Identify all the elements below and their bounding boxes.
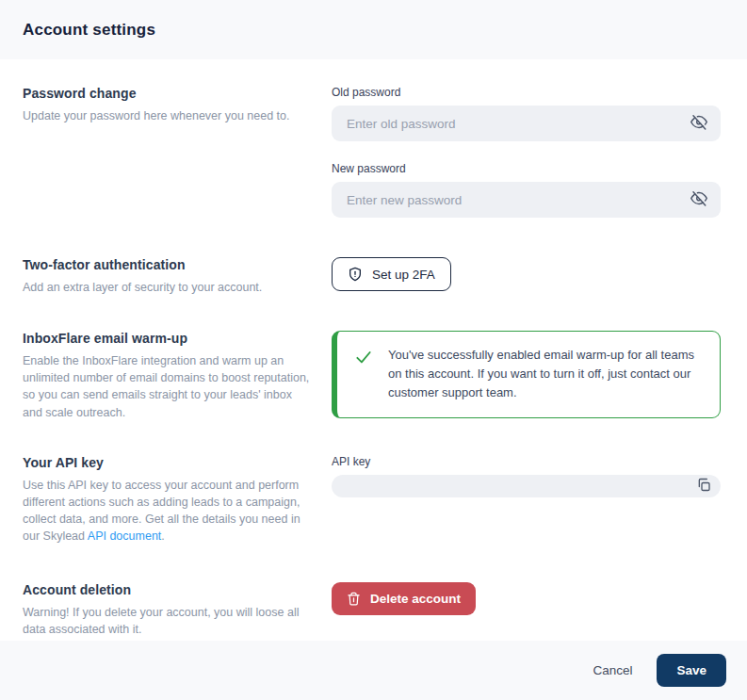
two-factor-section: Two-factor authentication Add an extra l… bbox=[23, 257, 721, 296]
new-password-input[interactable] bbox=[332, 182, 721, 218]
trash-icon bbox=[347, 592, 361, 606]
setup-2fa-button[interactable]: Set up 2FA bbox=[332, 257, 451, 291]
delete-account-button[interactable]: Delete account bbox=[332, 582, 476, 615]
setup-2fa-label: Set up 2FA bbox=[372, 268, 435, 282]
password-change-section: Password change Update your password her… bbox=[23, 86, 721, 218]
shield-icon bbox=[348, 267, 363, 282]
apikey-section-title: Your API key bbox=[23, 455, 315, 470]
old-password-field-group: Old password bbox=[332, 86, 721, 141]
password-section-title: Password change bbox=[23, 86, 315, 101]
password-section-description: Update your password here whenever you n… bbox=[23, 107, 315, 124]
settings-content: Password change Update your password her… bbox=[0, 59, 747, 641]
copy-icon bbox=[696, 477, 711, 495]
page-header: Account settings bbox=[0, 0, 747, 59]
warmup-section-title: InboxFlare email warm-up bbox=[23, 331, 315, 346]
eye-off-icon bbox=[690, 190, 707, 210]
check-icon bbox=[354, 348, 373, 370]
save-button[interactable]: Save bbox=[657, 654, 726, 687]
apikey-label: API key bbox=[332, 455, 721, 468]
api-document-link[interactable]: API document bbox=[88, 529, 162, 543]
account-deletion-section: Account deletion Warning! If you delete … bbox=[23, 582, 721, 638]
old-password-visibility-toggle[interactable] bbox=[689, 112, 709, 136]
warmup-alert-text: You've successfully enabled email warm-u… bbox=[388, 346, 705, 402]
email-warmup-section: InboxFlare email warm-up Enable the Inbo… bbox=[23, 331, 721, 421]
delete-account-label: Delete account bbox=[370, 592, 461, 606]
twofa-section-title: Two-factor authentication bbox=[23, 257, 315, 272]
apikey-input[interactable] bbox=[332, 475, 721, 497]
api-key-section: Your API key Use this API key to access … bbox=[23, 455, 721, 545]
deletion-section-description: Warning! If you delete your account, you… bbox=[23, 604, 315, 638]
old-password-label: Old password bbox=[332, 86, 721, 99]
copy-apikey-button[interactable] bbox=[696, 477, 711, 495]
action-footer: Cancel Save bbox=[0, 641, 747, 700]
eye-off-icon bbox=[690, 114, 707, 134]
cancel-button[interactable]: Cancel bbox=[593, 663, 632, 677]
deletion-section-title: Account deletion bbox=[23, 582, 315, 597]
page-title: Account settings bbox=[23, 21, 155, 40]
apikey-section-description: Use this API key to access your account … bbox=[23, 477, 315, 545]
apikey-field-group: API key bbox=[332, 455, 721, 497]
new-password-label: New password bbox=[332, 162, 721, 175]
new-password-field-group: New password bbox=[332, 162, 721, 218]
warmup-section-description: Enable the InboxFlare integration and wa… bbox=[23, 352, 315, 421]
twofa-section-description: Add an extra layer of security to your a… bbox=[23, 279, 315, 296]
new-password-visibility-toggle[interactable] bbox=[689, 188, 709, 212]
old-password-input[interactable] bbox=[332, 106, 721, 141]
account-settings-page: Account settings Password change Update … bbox=[0, 0, 747, 700]
warmup-success-alert: You've successfully enabled email warm-u… bbox=[332, 331, 721, 417]
